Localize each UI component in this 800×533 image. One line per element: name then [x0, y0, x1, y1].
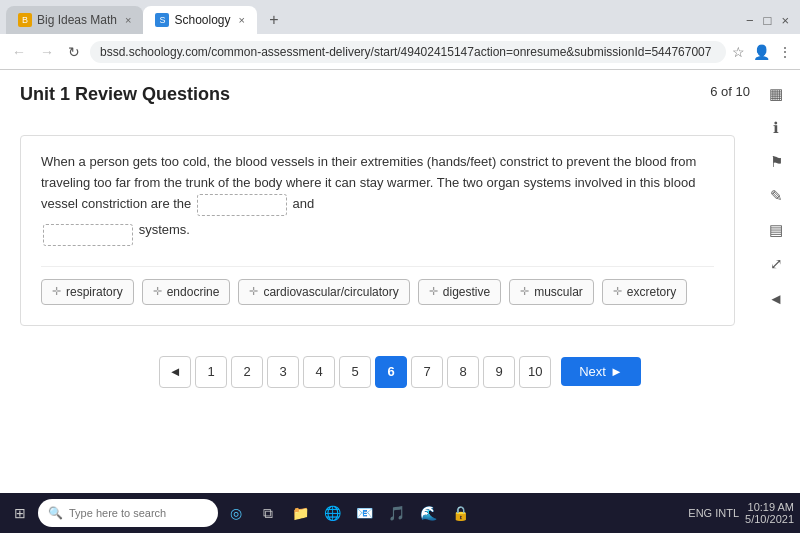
- taskbar-app1-icon[interactable]: 📧: [350, 499, 378, 500]
- blank-field-2[interactable]: [43, 224, 133, 246]
- next-icon: ►: [610, 364, 623, 379]
- choice-label-1: respiratory: [66, 285, 123, 299]
- right-toolbar: ▦ ℹ ⚑ ✎ ▤ ⤢ ◄: [762, 80, 790, 312]
- taskbar-cortana-icon[interactable]: ◎: [222, 499, 250, 500]
- question-counter: 6 of 10: [710, 84, 750, 99]
- refresh-button[interactable]: ↻: [64, 42, 84, 62]
- question-text-part1: When a person gets too cold, the blood v…: [41, 154, 696, 211]
- drag-icon-4: ✛: [429, 285, 438, 298]
- tab-schoology[interactable]: S Schoology ×: [143, 6, 256, 34]
- taskbar-file-explorer-icon[interactable]: 📁: [286, 499, 314, 500]
- page-2-button[interactable]: 2: [231, 356, 263, 388]
- choice-excretory[interactable]: ✛ excretory: [602, 279, 687, 305]
- choice-digestive[interactable]: ✛ digestive: [418, 279, 501, 305]
- drag-icon-3: ✛: [249, 285, 258, 298]
- choice-cardiovascular[interactable]: ✛ cardiovascular/circulatory: [238, 279, 409, 305]
- profile-icon[interactable]: 👤: [753, 44, 770, 60]
- page-5-button[interactable]: 5: [339, 356, 371, 388]
- toolbar-icon-info[interactable]: ℹ: [762, 114, 790, 142]
- minimize-button[interactable]: −: [741, 11, 759, 30]
- answer-choices: ✛ respiratory ✛ endocrine ✛ cardiovascul…: [41, 266, 714, 305]
- pagination-area: ◄ 1 2 3 4 5 6 7 8 9 10 Next ►: [20, 356, 780, 398]
- page-6-button[interactable]: 6: [375, 356, 407, 388]
- back-button[interactable]: ←: [8, 42, 30, 62]
- close-button[interactable]: ×: [776, 11, 794, 30]
- question-text-systems: systems.: [139, 222, 190, 237]
- choice-endocrine[interactable]: ✛ endocrine: [142, 279, 231, 305]
- choice-label-3: cardiovascular/circulatory: [263, 285, 398, 299]
- choice-label-4: digestive: [443, 285, 490, 299]
- question-text-and: and: [293, 196, 315, 211]
- taskbar-browser-icon[interactable]: 🌐: [318, 499, 346, 500]
- tab-close-2[interactable]: ×: [239, 14, 245, 26]
- toolbar-icon-grid[interactable]: ▦: [762, 80, 790, 108]
- question-box: When a person gets too cold, the blood v…: [20, 135, 735, 326]
- new-tab-button[interactable]: +: [261, 7, 287, 33]
- tab-favicon-1: B: [18, 13, 32, 27]
- tab-label-1: Big Ideas Math: [37, 13, 117, 27]
- bookmark-icon[interactable]: ☆: [732, 44, 745, 60]
- forward-button[interactable]: →: [36, 42, 58, 62]
- choice-muscular[interactable]: ✛ muscular: [509, 279, 594, 305]
- toolbar-icon-pencil[interactable]: ✎: [762, 182, 790, 210]
- taskbar-app4-icon[interactable]: 🔒: [446, 499, 474, 500]
- page-4-button[interactable]: 4: [303, 356, 335, 388]
- taskbar-start-button[interactable]: ⊞: [6, 499, 34, 500]
- next-label: Next: [579, 364, 606, 379]
- menu-icon[interactable]: ⋮: [778, 44, 792, 60]
- tab-label-2: Schoology: [174, 13, 230, 27]
- browser-window: B Big Ideas Math × S Schoology × + − □ ×…: [0, 0, 800, 500]
- taskbar-search-box[interactable]: 🔍: [38, 499, 218, 500]
- question-text: When a person gets too cold, the blood v…: [41, 152, 714, 246]
- page-title: Unit 1 Review Questions: [20, 84, 780, 105]
- page-content: Unit 1 Review Questions 6 of 10 ▦ ℹ ⚑ ✎ …: [0, 70, 800, 500]
- toolbar-icon-flag[interactable]: ⚑: [762, 148, 790, 176]
- choice-respiratory[interactable]: ✛ respiratory: [41, 279, 134, 305]
- page-8-button[interactable]: 8: [447, 356, 479, 388]
- next-button[interactable]: Next ►: [561, 357, 641, 386]
- prev-page-button[interactable]: ◄: [159, 356, 191, 388]
- taskbar-app2-icon[interactable]: 🎵: [382, 499, 410, 500]
- toolbar-icon-list[interactable]: ▤: [762, 216, 790, 244]
- taskbar-app3-icon[interactable]: 🌊: [414, 499, 442, 500]
- drag-icon-1: ✛: [52, 285, 61, 298]
- drag-icon-2: ✛: [153, 285, 162, 298]
- toolbar-icon-collapse[interactable]: ◄: [762, 284, 790, 312]
- address-bar: ← → ↻ ☆ 👤 ⋮: [0, 34, 800, 70]
- taskbar-multitask-icon[interactable]: ⧉: [254, 499, 282, 500]
- page-1-button[interactable]: 1: [195, 356, 227, 388]
- drag-icon-6: ✛: [613, 285, 622, 298]
- maximize-button[interactable]: □: [759, 11, 777, 30]
- page-7-button[interactable]: 7: [411, 356, 443, 388]
- tab-close-1[interactable]: ×: [125, 14, 131, 26]
- taskbar: ⊞ 🔍 ◎ ⧉ 📁 🌐 📧 🎵 🌊 🔒 ENG INTL 10:19 AM 5/…: [0, 493, 800, 500]
- tab-favicon-2: S: [155, 13, 169, 27]
- choice-label-2: endocrine: [167, 285, 220, 299]
- choice-label-5: muscular: [534, 285, 583, 299]
- tab-big-ideas-math[interactable]: B Big Ideas Math ×: [6, 6, 143, 34]
- page-10-button[interactable]: 10: [519, 356, 551, 388]
- blank-field-1[interactable]: [197, 194, 287, 216]
- toolbar-icon-expand[interactable]: ⤢: [762, 250, 790, 278]
- address-icons: ☆ 👤 ⋮: [732, 44, 792, 60]
- address-input[interactable]: [90, 41, 726, 63]
- drag-icon-5: ✛: [520, 285, 529, 298]
- page-9-button[interactable]: 9: [483, 356, 515, 388]
- choice-label-6: excretory: [627, 285, 676, 299]
- page-3-button[interactable]: 3: [267, 356, 299, 388]
- tab-bar: B Big Ideas Math × S Schoology × + − □ ×: [0, 0, 800, 34]
